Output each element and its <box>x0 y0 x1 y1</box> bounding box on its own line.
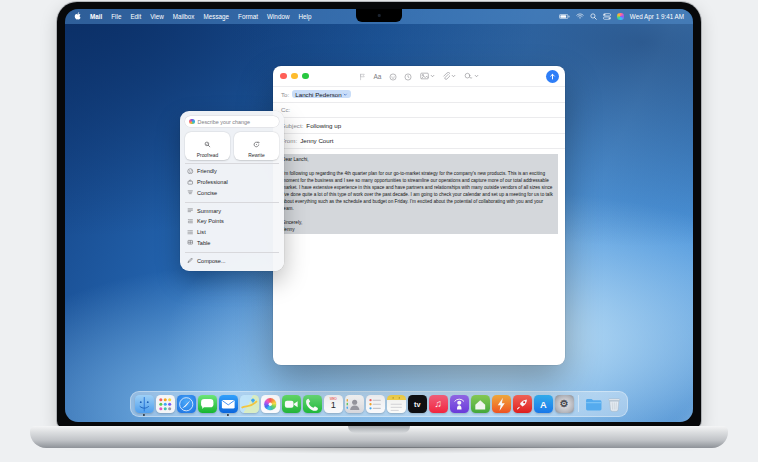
dock-calendar-icon[interactable]: 1WED <box>324 395 343 414</box>
tone-professional-label: Professional <box>197 179 228 185</box>
menu-bar-clock[interactable]: Wed Apr 1 9:41 AM <box>630 13 684 20</box>
rewrite-button[interactable]: Rewrite <box>234 132 279 160</box>
format-summary-item[interactable]: Summary <box>185 205 279 216</box>
body-paragraph: I'm following up regarding the 4th quart… <box>282 170 556 212</box>
body-closing: Sincerely, <box>282 219 556 226</box>
menu-item-message[interactable]: Message <box>204 13 230 20</box>
control-center-icon[interactable] <box>603 13 611 21</box>
siri-icon[interactable] <box>617 13 624 20</box>
dock-reminders-icon[interactable] <box>366 395 385 414</box>
recipient-name: Lanchi Pederson <box>295 91 341 98</box>
format-summary-label: Summary <box>197 208 221 214</box>
message-body[interactable]: Dear Lanchi, I'm following up regarding … <box>273 149 565 239</box>
menu-item-view[interactable]: View <box>150 13 164 20</box>
window-titlebar[interactable]: Aa <box>273 66 565 87</box>
send-button[interactable] <box>546 70 559 83</box>
format-key-points-item[interactable]: Key Points <box>185 216 279 227</box>
dock-contacts-icon[interactable] <box>345 395 364 414</box>
menu-item-mailbox[interactable]: Mailbox <box>173 13 195 20</box>
dock-facetime-icon[interactable] <box>282 395 301 414</box>
tone-friendly-item[interactable]: Friendly <box>185 166 279 177</box>
compose-item[interactable]: Compose... <box>185 255 279 266</box>
battery-icon[interactable] <box>559 13 570 20</box>
menu-item-edit[interactable]: Edit <box>130 13 141 20</box>
minimize-window-button[interactable] <box>291 73 298 80</box>
flag-icon[interactable] <box>359 67 366 85</box>
dock-photos-icon[interactable] <box>261 395 280 414</box>
close-window-button[interactable] <box>280 73 287 80</box>
menu-item-help[interactable]: Help <box>298 13 311 20</box>
body-greeting: Dear Lanchi, <box>282 156 556 163</box>
dock-podcasts-icon[interactable] <box>450 395 469 414</box>
dock-launchpad-icon[interactable] <box>156 395 175 414</box>
menu-item-mail[interactable]: Mail <box>90 13 102 20</box>
svg-text:1: 1 <box>331 400 336 410</box>
svg-text:tv: tv <box>414 400 420 409</box>
dock-tv-icon[interactable]: tv <box>408 395 427 414</box>
tone-concise-item[interactable]: Concise <box>185 188 279 199</box>
dock-rocket-icon[interactable] <box>513 395 532 414</box>
dock-downloads-folder-icon[interactable] <box>584 395 603 414</box>
zoom-window-button[interactable] <box>302 73 309 80</box>
body-signature: Jenny <box>282 226 556 233</box>
compose-label: Compose... <box>197 258 226 264</box>
arrow-up-icon <box>549 73 556 80</box>
menu-item-window[interactable]: Window <box>267 13 289 20</box>
emoji-icon[interactable] <box>389 67 397 85</box>
smiley-icon <box>187 168 194 176</box>
dock-shortcuts-lightning-icon[interactable] <box>492 395 511 414</box>
dock-finder-icon[interactable] <box>135 395 154 414</box>
describe-change-input[interactable]: Describe your change <box>185 116 279 127</box>
from-field[interactable]: From: Jenny Court <box>273 134 565 150</box>
attach-button[interactable] <box>442 72 456 81</box>
mail-compose-window: Aa <box>273 66 565 365</box>
marketing-canvas: { "menu_bar": { "items": ["Mail", "File"… <box>0 0 758 462</box>
dock-messages-icon[interactable] <box>198 395 217 414</box>
signature-button[interactable] <box>464 72 479 80</box>
from-value: Jenny Court <box>300 137 333 144</box>
dock-mail-icon[interactable] <box>219 395 238 414</box>
dock-system-settings-icon[interactable]: ⚙ <box>555 395 574 414</box>
subject-value: Following up <box>306 122 341 129</box>
apple-menu-icon[interactable] <box>74 12 81 21</box>
proofread-label: Proofread <box>185 153 230 158</box>
open-indicator <box>143 414 145 416</box>
to-field[interactable]: To: Lanchi Pederson <box>273 87 565 103</box>
cc-field[interactable]: Cc: <box>273 103 565 119</box>
describe-change-placeholder: Describe your change <box>198 119 250 125</box>
tone-professional-item[interactable]: Professional <box>185 177 279 188</box>
concise-lines-icon <box>187 189 194 197</box>
subject-field[interactable]: Subject: Following up <box>273 118 565 134</box>
compose-toolbar: Aa <box>359 67 479 85</box>
format-list-item[interactable]: List <box>185 227 279 238</box>
format-aa-button[interactable]: Aa <box>374 73 382 80</box>
search-icon[interactable] <box>590 13 597 21</box>
dock-trash-icon[interactable] <box>605 395 624 414</box>
dock-music-icon[interactable]: ♫ <box>429 395 448 414</box>
photo-browser-button[interactable] <box>420 72 435 80</box>
summary-icon <box>187 207 194 215</box>
dock-phone-icon[interactable] <box>303 395 322 414</box>
camera-notch <box>356 9 402 22</box>
proofread-button[interactable]: Proofread <box>185 132 230 160</box>
dock-home-icon[interactable] <box>471 395 490 414</box>
camera-dot <box>378 14 381 17</box>
dock-maps-icon[interactable] <box>240 395 259 414</box>
menu-item-format[interactable]: Format <box>238 13 258 20</box>
dock-notes-icon[interactable] <box>387 395 406 414</box>
format-table-item[interactable]: Table <box>185 238 279 249</box>
format-key-points-label: Key Points <box>197 218 224 224</box>
pencil-icon <box>187 257 194 265</box>
drop-shadow <box>70 447 688 457</box>
wifi-icon[interactable] <box>576 13 584 20</box>
selected-text-block[interactable]: Dear Lanchi, I'm following up regarding … <box>280 154 558 234</box>
dock-safari-icon[interactable] <box>177 395 196 414</box>
open-indicator <box>227 414 229 416</box>
dock-app-store-icon[interactable]: A <box>534 395 553 414</box>
subject-label: Subject: <box>281 122 303 129</box>
send-later-clock-icon[interactable] <box>404 67 412 85</box>
menu-item-file[interactable]: File <box>111 13 121 20</box>
apple-intelligence-icon <box>189 119 195 125</box>
recipient-token[interactable]: Lanchi Pederson <box>292 90 350 98</box>
macbook-bezel: Mail File Edit View Mailbox Message Form… <box>57 2 701 428</box>
